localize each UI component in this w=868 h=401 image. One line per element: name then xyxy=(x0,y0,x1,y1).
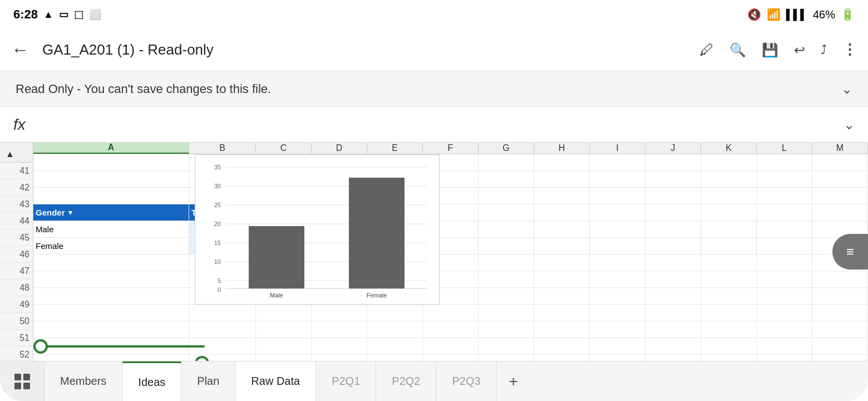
cell-53-G[interactable] xyxy=(479,355,534,361)
save-icon[interactable]: 💾 xyxy=(762,42,778,58)
cell-46-G[interactable] xyxy=(479,238,534,255)
cell-49-H[interactable] xyxy=(534,288,590,305)
cell-44-K[interactable] xyxy=(701,204,757,221)
col-header-A[interactable]: A xyxy=(33,143,189,154)
cell-51-K[interactable] xyxy=(701,321,757,338)
cell-49-A[interactable] xyxy=(33,288,189,305)
tab-plan[interactable]: Plan xyxy=(181,361,235,401)
cell-53-M[interactable] xyxy=(812,355,868,361)
cell-44-L[interactable] xyxy=(757,204,812,221)
cell-41-L[interactable] xyxy=(757,154,812,171)
cell-53-D[interactable] xyxy=(312,355,367,361)
cell-50-G[interactable] xyxy=(479,305,534,321)
sheets-icon-tab[interactable] xyxy=(0,361,45,401)
col-header-B[interactable]: B xyxy=(189,143,256,154)
tab-p2q3[interactable]: P2Q3 xyxy=(436,361,496,401)
cell-44-A[interactable]: Gender ▼ xyxy=(33,204,189,221)
readonly-chevron[interactable]: ⌄ xyxy=(841,81,852,97)
cell-47-I[interactable] xyxy=(590,255,645,271)
col-header-D[interactable]: D xyxy=(312,143,367,154)
cell-52-G[interactable] xyxy=(479,338,534,355)
cell-51-L[interactable] xyxy=(757,321,812,338)
cell-44-H[interactable] xyxy=(534,204,590,221)
cell-43-L[interactable] xyxy=(757,188,812,204)
col-header-C[interactable]: C xyxy=(256,143,312,154)
cell-43-I[interactable] xyxy=(590,188,645,204)
col-header-H[interactable]: H xyxy=(534,143,590,154)
cell-53-A[interactable] xyxy=(33,355,189,361)
cell-51-E[interactable] xyxy=(367,321,423,338)
tab-members[interactable]: Members xyxy=(45,361,122,401)
cell-43-A[interactable] xyxy=(33,188,189,204)
cell-50-J[interactable] xyxy=(645,305,701,321)
cell-51-F[interactable] xyxy=(423,321,479,338)
cell-50-B[interactable] xyxy=(189,305,256,321)
cell-41-M[interactable] xyxy=(812,154,868,171)
cell-42-K[interactable] xyxy=(701,171,757,188)
cell-51-I[interactable] xyxy=(590,321,645,338)
cell-50-I[interactable] xyxy=(590,305,645,321)
cell-48-J[interactable] xyxy=(645,271,701,288)
cell-53-I[interactable] xyxy=(590,355,645,361)
cell-45-H[interactable] xyxy=(534,221,590,238)
cell-47-J[interactable] xyxy=(645,255,701,271)
pen-icon[interactable]: 🖊 xyxy=(699,41,714,58)
cell-52-H[interactable] xyxy=(534,338,590,355)
cell-41-I[interactable] xyxy=(590,154,645,171)
share-icon[interactable]: ⤴ xyxy=(821,43,827,57)
cell-52-M[interactable] xyxy=(812,338,868,355)
tab-p2q1[interactable]: P2Q1 xyxy=(316,361,376,401)
cell-44-I[interactable] xyxy=(590,204,645,221)
cell-52-K[interactable] xyxy=(701,338,757,355)
cell-47-A[interactable] xyxy=(33,255,189,271)
cell-46-K[interactable] xyxy=(701,238,757,255)
cell-42-L[interactable] xyxy=(757,171,812,188)
cell-42-A[interactable] xyxy=(33,171,189,188)
cell-49-G[interactable] xyxy=(479,288,534,305)
cell-51-M[interactable] xyxy=(812,321,868,338)
cell-52-L[interactable] xyxy=(757,338,812,355)
cell-50-D[interactable] xyxy=(312,305,367,321)
cell-52-C[interactable] xyxy=(256,338,312,355)
cell-53-H[interactable] xyxy=(534,355,590,361)
cell-53-E[interactable] xyxy=(367,355,423,361)
cell-48-H[interactable] xyxy=(534,271,590,288)
cell-43-J[interactable] xyxy=(645,188,701,204)
cell-50-F[interactable] xyxy=(423,305,479,321)
cell-52-I[interactable] xyxy=(590,338,645,355)
cell-49-L[interactable] xyxy=(757,288,812,305)
cell-44-J[interactable] xyxy=(645,204,701,221)
cell-43-M[interactable] xyxy=(812,188,868,204)
cell-48-G[interactable] xyxy=(479,271,534,288)
cell-51-G[interactable] xyxy=(479,321,534,338)
cell-51-B[interactable] xyxy=(189,321,256,338)
cell-47-K[interactable] xyxy=(701,255,757,271)
cell-45-K[interactable] xyxy=(701,221,757,238)
cell-45-J[interactable] xyxy=(645,221,701,238)
cell-48-K[interactable] xyxy=(701,271,757,288)
tab-ideas[interactable]: Ideas xyxy=(122,361,181,401)
cell-48-M[interactable] xyxy=(812,271,868,288)
cell-49-M[interactable] xyxy=(812,288,868,305)
cell-48-I[interactable] xyxy=(590,271,645,288)
col-header-F[interactable]: F xyxy=(423,143,479,154)
search-icon[interactable]: 🔍 xyxy=(729,42,746,58)
cell-46-H[interactable] xyxy=(534,238,590,255)
cell-42-I[interactable] xyxy=(590,171,645,188)
cell-44-G[interactable] xyxy=(479,204,534,221)
cell-51-J[interactable] xyxy=(645,321,701,338)
cell-47-H[interactable] xyxy=(534,255,590,271)
cell-43-K[interactable] xyxy=(701,188,757,204)
cell-45-I[interactable] xyxy=(590,221,645,238)
cell-52-F[interactable] xyxy=(423,338,479,355)
cell-45-A[interactable]: Male xyxy=(33,221,189,238)
cell-53-J[interactable] xyxy=(645,355,701,361)
cell-46-I[interactable] xyxy=(590,238,645,255)
cell-47-G[interactable] xyxy=(479,255,534,271)
back-button[interactable]: ← xyxy=(11,40,29,60)
cell-50-E[interactable] xyxy=(367,305,423,321)
cell-47-L[interactable] xyxy=(757,255,812,271)
cell-49-K[interactable] xyxy=(701,288,757,305)
cell-46-A[interactable]: Female xyxy=(33,238,189,255)
col-header-M[interactable]: M xyxy=(812,143,868,154)
